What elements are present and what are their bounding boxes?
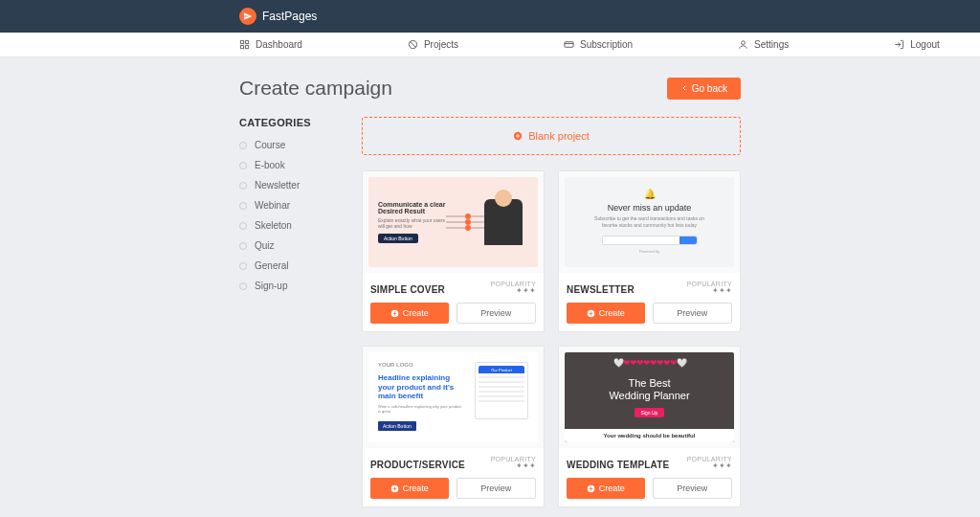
create-button[interactable]: Create [370,303,449,324]
user-icon [738,39,748,50]
template-grid: Communicate a clear Desired Result Expla… [362,170,741,517]
create-button[interactable]: Create [567,478,645,499]
nav-dashboard[interactable]: Dashboard [239,39,302,50]
nav-subscription[interactable]: Subscription [564,39,633,50]
preview-button[interactable]: Preview [653,303,733,324]
template-card-product-service: YOUR LOGO Headline explaining your produ… [362,346,545,507]
category-skeleton[interactable]: Skeleton [239,220,345,231]
logo-icon [239,8,256,25]
preview-button[interactable]: Preview [457,478,537,499]
nav-logout[interactable]: Logout [894,39,940,50]
logo[interactable]: FastPages [239,8,317,25]
stars-icon: ✦✦✦ [491,462,536,470]
person-icon [484,199,523,245]
template-thumb[interactable]: YOUR LOGO Headline explaining your produ… [363,347,544,448]
hearts-icon: 🤍❤❤❤❤❤❤❤❤🤍 [613,358,686,368]
radio-icon [239,162,247,169]
radio-icon [239,222,247,230]
page-header: Create campaign Go back [239,77,741,100]
create-button[interactable]: Create [370,478,449,499]
templates-area: Blank project Communicate a clear Desire… [362,117,741,517]
radio-icon [239,142,247,149]
content: Create campaign Go back CATEGORIES Cours… [0,57,980,517]
create-button[interactable]: Create [567,303,645,324]
template-thumb[interactable]: Communicate a clear Desired Result Expla… [363,171,544,273]
template-name: PRODUCT/SERVICE [370,460,465,470]
template-card-newsletter: 🔔 Never miss an update Subscribe to get … [558,170,741,332]
radio-icon [239,282,247,290]
category-quiz[interactable]: Quiz [239,240,345,251]
categories-sidebar: CATEGORIES Course E-book Newsletter Webi… [239,117,345,517]
navbar: Dashboard Projects Subscription Settings… [0,33,980,57]
template-card-wedding: 🤍❤❤❤❤❤❤❤❤🤍 The BestWedding Planner Sign … [558,346,741,507]
radio-icon [239,242,247,250]
template-name: WEDDING TEMPLATE [567,460,669,470]
category-ebook[interactable]: E-book [239,160,345,170]
bell-icon: 🔔 [644,189,656,199]
plus-circle-icon [390,309,399,318]
ban-icon [408,39,418,50]
radio-icon [239,262,247,270]
svg-line-1 [410,41,415,47]
stars-icon: ✦✦✦ [687,462,732,470]
category-sign-up[interactable]: Sign-up [239,281,345,291]
page-title: Create campaign [239,77,392,100]
go-back-button[interactable]: Go back [667,78,741,100]
template-name: SIMPLE COVER [370,284,445,295]
template-thumb[interactable]: 🤍❤❤❤❤❤❤❤❤🤍 The BestWedding Planner Sign … [559,347,740,448]
category-course[interactable]: Course [239,140,345,150]
brand-text: FastPages [262,10,317,23]
plus-circle-icon [513,131,523,141]
category-general[interactable]: General [239,260,345,271]
preview-button[interactable]: Preview [653,478,733,499]
stars-icon: ✦✦✦ [687,287,732,295]
logout-icon [894,39,904,50]
category-newsletter[interactable]: Newsletter [239,180,345,191]
preview-button[interactable]: Preview [457,303,537,324]
radio-icon [239,182,247,190]
template-name: NEWSLETTER [567,284,635,295]
template-card-simple-cover: Communicate a clear Desired Result Expla… [362,170,545,332]
plus-circle-icon [587,309,595,318]
categories-title: CATEGORIES [239,117,345,128]
nav-settings[interactable]: Settings [738,39,789,50]
svg-rect-2 [565,42,573,48]
nav-projects[interactable]: Projects [408,39,458,50]
svg-point-4 [742,41,746,45]
radio-icon [239,202,247,210]
grid-icon [239,39,250,50]
stars-icon: ✦✦✦ [491,287,536,295]
blank-project-button[interactable]: Blank project [362,117,741,155]
plus-circle-icon [390,484,399,493]
chevron-left-icon [680,84,688,92]
card-icon [564,39,574,50]
category-webinar[interactable]: Webinar [239,200,345,211]
plus-circle-icon [587,484,595,493]
template-thumb[interactable]: 🔔 Never miss an update Subscribe to get … [559,171,740,273]
topbar: FastPages [0,0,980,33]
